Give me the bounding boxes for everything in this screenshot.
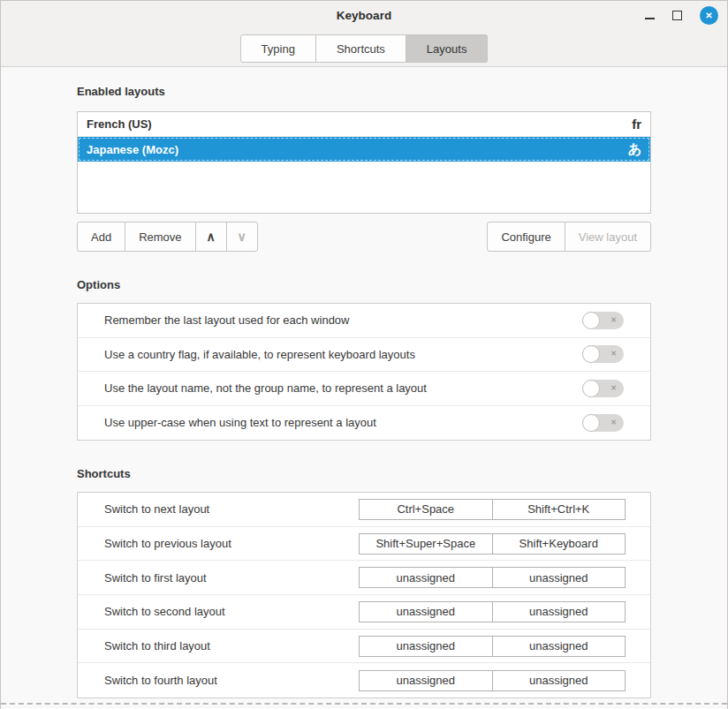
enabled-layouts-list[interactable]: French (US) fr Japanese (Mozc) あ xyxy=(77,111,651,214)
tab-typing[interactable]: Typing xyxy=(240,34,316,63)
toggle-off-icon: ✕ xyxy=(610,317,617,324)
layout-name: French (US) xyxy=(87,117,152,131)
enabled-layouts-heading: Enabled layouts xyxy=(77,85,651,99)
toggle-knob xyxy=(582,312,600,329)
option-row-layout-name: Use the layout name, not the group name,… xyxy=(78,372,650,406)
keybinding-cell-2[interactable]: Shift+Ctrl+K xyxy=(492,500,626,519)
chevron-up-icon: ∧ xyxy=(206,230,215,244)
option-row-remember-layout: Remember the last layout used for each w… xyxy=(78,304,650,338)
keybinding-cell-1[interactable]: unassigned xyxy=(360,671,492,690)
shortcut-label: Switch to second layout xyxy=(104,605,359,618)
configure-buttons-group: Configure View layout xyxy=(487,222,651,252)
shortcut-row-third-layout: Switch to third layout unassigned unassi… xyxy=(78,630,650,664)
option-label: Use the layout name, not the group name,… xyxy=(104,381,582,395)
layout-row-japanese[interactable]: Japanese (Mozc) あ xyxy=(78,137,650,162)
options-panel: Remember the last layout used for each w… xyxy=(77,303,651,441)
layout-name: Japanese (Mozc) xyxy=(87,143,178,156)
shortcut-label: Switch to third layout xyxy=(104,639,359,652)
toggle-upper-case[interactable]: ✕ xyxy=(582,414,624,432)
chevron-down-icon: ∨ xyxy=(237,230,246,244)
keybinding-group: Ctrl+Space Shift+Ctrl+K xyxy=(359,499,626,520)
keybinding-group: Shift+Super+Space Shift+Keyboard xyxy=(359,533,626,554)
shortcut-label: Switch to previous layout xyxy=(104,537,359,550)
window-controls: ✕ xyxy=(645,1,718,29)
layout-row-french[interactable]: French (US) fr xyxy=(78,112,650,137)
shortcut-row-previous-layout: Switch to previous layout Shift+Super+Sp… xyxy=(78,527,650,562)
keybinding-group: unassigned unassigned xyxy=(359,601,626,622)
move-up-button[interactable]: ∧ xyxy=(195,222,227,252)
keybinding-group: unassigned unassigned xyxy=(359,636,626,657)
toggle-off-icon: ✕ xyxy=(610,351,617,358)
keybinding-group: unassigned unassigned xyxy=(359,567,626,588)
keybinding-cell-1[interactable]: unassigned xyxy=(360,602,492,622)
option-row-country-flag: Use a country flag, if available, to rep… xyxy=(78,338,650,373)
tab-bar: Typing Shortcuts Layouts xyxy=(1,34,727,63)
window-title: Keyboard xyxy=(1,1,727,29)
move-down-button[interactable]: ∨ xyxy=(226,222,258,252)
window-resize-edge[interactable] xyxy=(1,703,727,705)
maximize-icon[interactable] xyxy=(672,11,682,20)
toggle-knob xyxy=(582,345,600,363)
configure-button[interactable]: Configure xyxy=(487,222,565,252)
shortcut-row-second-layout: Switch to second layout unassigned unass… xyxy=(78,595,650,630)
shortcut-label: Switch to first layout xyxy=(104,571,359,585)
keybinding-group: unassigned unassigned xyxy=(359,670,626,691)
keybinding-cell-2[interactable]: unassigned xyxy=(492,671,626,690)
remove-button[interactable]: Remove xyxy=(125,222,195,252)
keybinding-cell-2[interactable]: unassigned xyxy=(492,568,626,587)
shortcut-label: Switch to fourth layout xyxy=(104,674,359,687)
option-label: Use a country flag, if available, to rep… xyxy=(104,348,582,361)
edit-buttons-group: Add Remove ∧ ∨ xyxy=(77,222,258,252)
option-label: Use upper-case when using text to repres… xyxy=(104,416,582,429)
keybinding-cell-1[interactable]: unassigned xyxy=(360,637,492,656)
toggle-remember-layout[interactable]: ✕ xyxy=(582,312,624,329)
keybinding-cell-2[interactable]: unassigned xyxy=(492,602,626,622)
layouts-page: Enabled layouts French (US) fr Japanese … xyxy=(1,85,727,698)
layout-indicator-icon: あ xyxy=(628,141,641,158)
toggle-off-icon: ✕ xyxy=(610,385,617,392)
option-row-upper-case: Use upper-case when using text to repres… xyxy=(78,406,650,441)
toggle-knob xyxy=(582,414,600,432)
shortcuts-heading: Shortcuts xyxy=(77,467,651,481)
tab-layouts[interactable]: Layouts xyxy=(406,34,489,63)
toggle-layout-name[interactable]: ✕ xyxy=(582,380,624,397)
add-button[interactable]: Add xyxy=(77,222,125,252)
shortcuts-panel: Switch to next layout Ctrl+Space Shift+C… xyxy=(77,492,651,698)
layout-list-actions: Add Remove ∧ ∨ Configure View layout xyxy=(77,222,651,252)
titlebar[interactable]: Keyboard ✕ xyxy=(1,1,727,29)
view-layout-button[interactable]: View layout xyxy=(565,222,651,252)
shortcut-row-first-layout: Switch to first layout unassigned unassi… xyxy=(78,561,650,595)
toggle-off-icon: ✕ xyxy=(610,419,617,426)
shortcut-label: Switch to next layout xyxy=(104,502,359,516)
toggle-country-flag[interactable]: ✕ xyxy=(582,345,624,363)
options-heading: Options xyxy=(77,278,651,292)
close-icon: ✕ xyxy=(705,11,712,20)
layout-indicator-icon: fr xyxy=(632,117,641,132)
minimize-icon[interactable] xyxy=(645,18,655,19)
keybinding-cell-1[interactable]: unassigned xyxy=(360,568,492,587)
window-header: Keyboard ✕ Typing Shortcuts Layouts xyxy=(1,1,727,67)
keybinding-cell-2[interactable]: unassigned xyxy=(492,637,626,656)
option-label: Remember the last layout used for each w… xyxy=(104,313,582,327)
keybinding-cell-1[interactable]: Ctrl+Space xyxy=(360,500,492,519)
toggle-knob xyxy=(582,380,600,397)
shortcut-row-fourth-layout: Switch to fourth layout unassigned unass… xyxy=(78,663,650,698)
shortcut-row-next-layout: Switch to next layout Ctrl+Space Shift+C… xyxy=(78,493,650,527)
close-button[interactable]: ✕ xyxy=(700,6,718,25)
keybinding-cell-1[interactable]: Shift+Super+Space xyxy=(360,534,492,554)
keybinding-cell-2[interactable]: Shift+Keyboard xyxy=(492,534,626,554)
tab-shortcuts[interactable]: Shortcuts xyxy=(316,34,406,63)
